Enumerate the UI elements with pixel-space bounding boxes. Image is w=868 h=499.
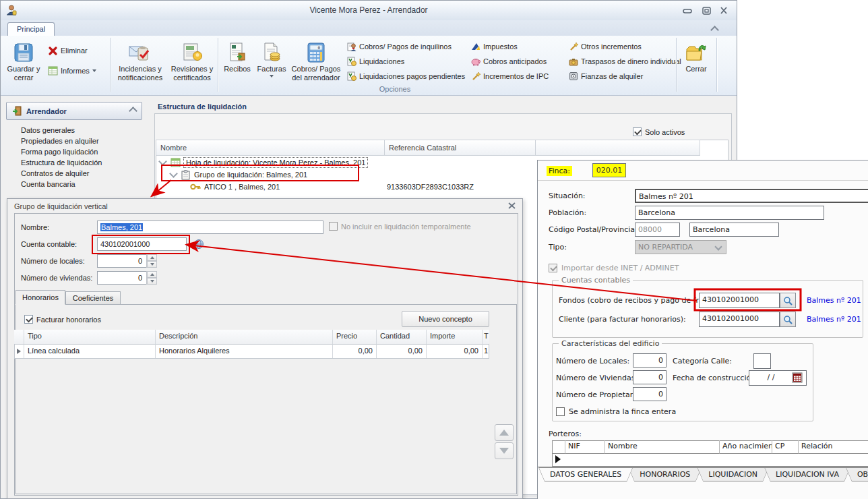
col-cantidad[interactable]: Cantidad xyxy=(377,330,427,345)
checkbox-icon xyxy=(329,222,338,231)
poblacion-label: Población: xyxy=(549,208,586,217)
sidebar-item-cuenta-bancaria[interactable]: Cuenta bancaria xyxy=(21,179,135,189)
opcion-traspasos[interactable]: Traspasos de dinero individual xyxy=(569,56,681,67)
column-header-nombre[interactable]: Nombre xyxy=(156,140,385,156)
cliente-search-icon[interactable] xyxy=(780,312,796,327)
opcion-cobros-inquilinos[interactable]: Cobros/ Pagos de inquilinos xyxy=(347,41,452,52)
sidebar-item-forma-pago[interactable]: Forma pago liquidación xyxy=(21,146,135,157)
sidebar-item-propiedades[interactable]: Propiedades en alquiler xyxy=(21,136,135,146)
importar-inet-checkbox[interactable]: Importar desde INET / ADMINET xyxy=(549,264,679,272)
p-propietarios-input[interactable]: 0 xyxy=(633,387,666,401)
p-locales-input[interactable]: 0 xyxy=(633,353,666,368)
facturar-honorarios-checkbox[interactable]: Facturar honorarios xyxy=(24,315,101,324)
nuevo-concepto-button[interactable]: Nuevo concepto xyxy=(402,311,489,327)
situacion-input[interactable]: Balmes nº 201 xyxy=(635,189,868,203)
situacion-label: Situación: xyxy=(549,192,586,200)
cell-importe[interactable]: 0,00 xyxy=(427,345,483,358)
guardar-cerrar-button[interactable]: Guardar y cerrar xyxy=(5,37,42,92)
cell-cantidad[interactable]: 0,00 xyxy=(377,345,427,358)
col-nombre[interactable]: Nombre xyxy=(605,440,720,454)
cell-descripcion[interactable]: Honorarios Alquileres xyxy=(156,345,333,358)
opcion-incrementos-ipc[interactable]: Incrementos de IPC xyxy=(471,71,549,82)
informes-button[interactable]: Informes xyxy=(48,65,96,76)
tab-liquidacion-iva[interactable]: LIQUIDACION IVA xyxy=(764,467,850,481)
opcion-liquidaciones-pendientes[interactable]: Liquidaciones pagos pendientes xyxy=(347,71,465,82)
tab-principal[interactable]: Principal xyxy=(7,22,55,36)
col-importe[interactable]: Importe xyxy=(427,330,483,345)
porteros-corner xyxy=(552,440,565,454)
fondos-link[interactable]: Balmes nº 201 xyxy=(807,296,861,305)
viviendas-spinner[interactable] xyxy=(146,271,157,285)
locales-spinner[interactable] xyxy=(146,254,157,268)
cp-input[interactable]: 08000 xyxy=(635,223,680,237)
col-ano-nacimiento[interactable]: Año nacimiento xyxy=(720,440,772,454)
minimize-button[interactable] xyxy=(680,5,695,16)
col-tipo[interactable]: Tipo xyxy=(24,330,156,345)
col-nif[interactable]: NIF xyxy=(565,440,605,454)
nombre-input[interactable]: Balmes, 201 xyxy=(97,221,323,234)
cliente-input[interactable]: 430102001000 xyxy=(699,312,780,327)
solo-activos-checkbox[interactable]: Solo activos xyxy=(633,127,685,136)
administra-finca-checkbox[interactable]: Se administra la finca entera xyxy=(556,407,676,416)
tipo-select[interactable]: NO REPARTIDA xyxy=(635,240,726,254)
tab-observaciones[interactable]: OBSERVACIONES xyxy=(846,467,868,481)
cell-precio[interactable]: 0,00 xyxy=(333,345,377,358)
ribbon-collapse-icon[interactable] xyxy=(712,26,718,34)
sidebar-header-arrendador[interactable]: Arrendador xyxy=(6,102,142,120)
tab-datos-generales[interactable]: DATOS GENERALES xyxy=(538,467,633,481)
tab-coeficientes[interactable]: Coeficientes xyxy=(65,291,121,305)
dialog-close-icon[interactable] xyxy=(508,202,516,210)
tab-honorarios-panel[interactable]: HONORARIOS xyxy=(628,467,702,481)
revisions-icon xyxy=(181,37,203,63)
provincia-input[interactable]: Barcelona xyxy=(689,223,779,237)
facturas-button[interactable]: Facturas xyxy=(254,37,289,92)
fondos-input[interactable]: 430102001000 xyxy=(699,293,780,308)
cell-tipo[interactable]: Línea calculada xyxy=(24,345,156,358)
expander-icon[interactable] xyxy=(169,169,178,178)
column-header-blank[interactable] xyxy=(535,140,700,156)
sidebar-item-estructura[interactable]: Estructura de liquidación xyxy=(21,157,135,168)
globe-icon[interactable] xyxy=(193,239,204,251)
recibos-button[interactable]: Recibos xyxy=(221,37,253,92)
cobros-arrendador-button[interactable]: 0 Cobros/ Pagos del arrendador xyxy=(289,37,343,92)
tree-row-atico[interactable]: ATICO 1 , Balmes, 201 xyxy=(190,181,280,193)
poblacion-input[interactable]: Barcelona xyxy=(635,206,824,220)
move-down-button[interactable] xyxy=(495,442,514,459)
column-header-referencia[interactable]: Referencia Catastral xyxy=(384,140,536,156)
expander-icon[interactable] xyxy=(158,157,167,166)
calendar-icon[interactable] xyxy=(792,372,803,385)
sidebar-item-datos-generales[interactable]: Datos generales xyxy=(21,125,135,136)
col-precio[interactable]: Precio xyxy=(333,330,377,345)
finca-value[interactable]: 020.01 xyxy=(592,163,626,177)
col-relacion[interactable]: Relación xyxy=(799,440,868,454)
categoria-calle-input[interactable] xyxy=(753,353,771,369)
move-up-button[interactable] xyxy=(495,424,514,441)
opcion-liquidaciones[interactable]: Liquidaciones xyxy=(347,56,404,67)
tree-row-hoja[interactable]: Hoja de liquidación: Vicente Mora Perez … xyxy=(160,156,367,169)
opcion-cobros-anticipados[interactable]: Cobros anticipados xyxy=(471,56,547,67)
tab-liquidacion[interactable]: LIQUIDACION xyxy=(697,467,769,481)
col-descripcion[interactable]: Descripción xyxy=(156,330,333,345)
num-locales-label: Número de locales: xyxy=(21,257,85,265)
opcion-impuestos[interactable]: Impuestos xyxy=(471,41,518,52)
close-button[interactable] xyxy=(716,5,731,16)
sidebar-item-contratos[interactable]: Contratos de alquiler xyxy=(21,168,135,179)
cuenta-contable-input[interactable]: 430102001000 xyxy=(97,237,187,251)
opcion-fianzas[interactable]: Fianzas de alquiler xyxy=(569,71,643,82)
col-cp[interactable]: CP xyxy=(772,440,799,454)
cerrar-button[interactable]: Cerrar xyxy=(679,37,714,92)
liquidations-icon xyxy=(347,57,356,66)
fondos-search-icon[interactable] xyxy=(780,293,796,308)
eliminar-button[interactable]: Eliminar xyxy=(48,45,88,56)
cliente-link[interactable]: Balmes nº 201 xyxy=(807,315,861,324)
revisiones-button[interactable]: Revisiones y certificados xyxy=(168,37,216,92)
restore-button[interactable] xyxy=(699,5,714,16)
no-incluir-label: No incluir en liquidación temporalmente xyxy=(341,223,471,231)
no-incluir-checkbox[interactable]: No incluir en liquidación temporalmente xyxy=(329,222,471,231)
incidencias-button[interactable]: Incidencias y notificaciones xyxy=(114,37,166,92)
opcion-otros-incrementos[interactable]: Otros incrementos xyxy=(569,41,642,52)
p-viviendas-input[interactable]: 0 xyxy=(633,370,666,384)
tree-row-grupo[interactable]: Grupo de liquidación: Balmes, 201 xyxy=(170,169,307,181)
tab-honorarios[interactable]: Honorarios xyxy=(16,290,65,305)
ribbon-separator xyxy=(218,38,218,92)
